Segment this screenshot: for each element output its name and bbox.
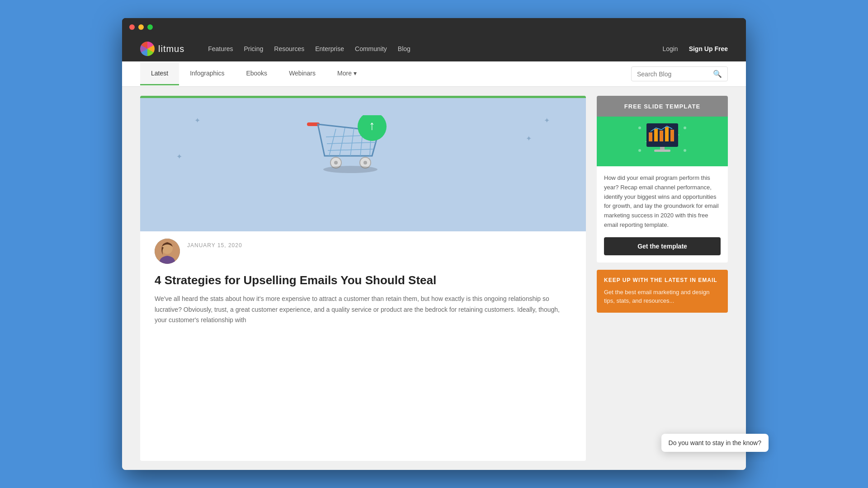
- svg-rect-27: [660, 131, 663, 141]
- newsletter-card-text: Get the best email marketing and design …: [604, 288, 721, 305]
- search-box: 🔍: [631, 66, 728, 81]
- template-card: FREE SLIDE TEMPLATE + +: [597, 96, 728, 263]
- article-body: JANUARY 15, 2020 4 Strategies for Upsell…: [140, 231, 586, 337]
- svg-line-6: [350, 128, 354, 156]
- browser-frame: litmus Features Pricing Resources Enterp…: [122, 18, 746, 470]
- newsletter-card: KEEP UP WITH THE LATEST IN EMAIL Get the…: [597, 270, 728, 313]
- article-date: JANUARY 15, 2020: [187, 242, 242, 249]
- svg-text:↑: ↑: [369, 118, 375, 132]
- get-template-button[interactable]: Get the template: [604, 237, 721, 255]
- template-card-title: FREE SLIDE TEMPLATE: [624, 103, 700, 110]
- svg-rect-31: [654, 150, 670, 152]
- search-input[interactable]: [637, 70, 709, 78]
- svg-point-12: [363, 161, 367, 164]
- svg-rect-29: [670, 130, 674, 141]
- main-nav: litmus Features Pricing Resources Enterp…: [122, 36, 746, 61]
- template-card-description: How did your email program perform this …: [604, 174, 721, 230]
- page-content: litmus Features Pricing Resources Enterp…: [122, 36, 746, 470]
- svg-line-2: [327, 142, 376, 144]
- browser-chrome: [122, 18, 746, 36]
- nav-community[interactable]: Community: [355, 45, 387, 52]
- svg-rect-28: [665, 127, 669, 141]
- template-card-footer: Get the template: [597, 237, 728, 263]
- star-decoration: ✦: [544, 116, 550, 125]
- nav-enterprise[interactable]: Enterprise: [315, 45, 344, 52]
- signup-link[interactable]: Sign Up Free: [689, 45, 728, 52]
- nav-links: Features Pricing Resources Enterprise Co…: [208, 45, 648, 52]
- main-content: ✦ ✦ ✦ ✦: [122, 87, 746, 470]
- cart-illustration: ↑: [300, 115, 426, 215]
- minimize-button[interactable]: [138, 24, 144, 30]
- svg-line-5: [340, 128, 345, 156]
- template-card-image: + +: [597, 117, 728, 166]
- article-excerpt: We've all heard the stats about how it's…: [155, 294, 571, 326]
- subnav-tabs: Latest Infographics Ebooks Webinars More…: [140, 62, 631, 85]
- svg-line-4: [329, 129, 336, 156]
- tooltip-bubble: Do you want to stay in the know?: [661, 434, 769, 452]
- svg-line-3: [328, 149, 373, 150]
- svg-point-19: [684, 127, 686, 129]
- tooltip-text: Do you want to stay in the know?: [669, 439, 761, 446]
- nav-features[interactable]: Features: [208, 45, 233, 52]
- template-card-header: FREE SLIDE TEMPLATE: [597, 96, 728, 117]
- tab-more[interactable]: More ▾: [326, 62, 368, 85]
- star-decoration: ✦: [194, 116, 200, 125]
- svg-point-13: [323, 166, 377, 173]
- tab-infographics[interactable]: Infographics: [179, 62, 235, 85]
- avatar: [155, 239, 180, 264]
- svg-point-20: [638, 149, 641, 152]
- svg-point-10: [334, 161, 338, 164]
- login-link[interactable]: Login: [662, 45, 678, 52]
- article-meta: JANUARY 15, 2020: [155, 242, 571, 267]
- search-icon[interactable]: 🔍: [713, 70, 722, 78]
- subnav: Latest Infographics Ebooks Webinars More…: [122, 61, 746, 87]
- svg-point-21: [684, 149, 686, 152]
- svg-point-18: [638, 127, 641, 129]
- tab-webinars[interactable]: Webinars: [278, 62, 326, 85]
- tab-latest[interactable]: Latest: [140, 62, 179, 85]
- nav-resources[interactable]: Resources: [274, 45, 304, 52]
- svg-rect-25: [649, 132, 652, 141]
- nav-right: Login Sign Up Free: [662, 45, 728, 52]
- nav-blog[interactable]: Blog: [398, 45, 410, 52]
- tab-ebooks[interactable]: Ebooks: [235, 62, 278, 85]
- svg-rect-26: [654, 129, 658, 141]
- logo-text: litmus: [158, 44, 184, 54]
- star-decoration: ✦: [176, 152, 182, 161]
- template-card-body: How did your email program perform this …: [597, 166, 728, 237]
- sidebar: FREE SLIDE TEMPLATE + +: [597, 96, 728, 461]
- article-hero-image: ✦ ✦ ✦ ✦: [140, 96, 586, 231]
- star-decoration: ✦: [526, 134, 532, 143]
- newsletter-card-header: KEEP UP WITH THE LATEST IN EMAIL: [604, 277, 721, 283]
- close-button[interactable]: [129, 24, 135, 30]
- maximize-button[interactable]: [147, 24, 153, 30]
- article-date-title: JANUARY 15, 2020: [187, 242, 242, 249]
- article-title: 4 Strategies for Upselling Emails You Sh…: [155, 273, 571, 288]
- article-card: ✦ ✦ ✦ ✦: [140, 96, 586, 461]
- logo[interactable]: litmus: [140, 42, 184, 56]
- nav-pricing[interactable]: Pricing: [244, 45, 263, 52]
- logo-icon: [140, 42, 155, 56]
